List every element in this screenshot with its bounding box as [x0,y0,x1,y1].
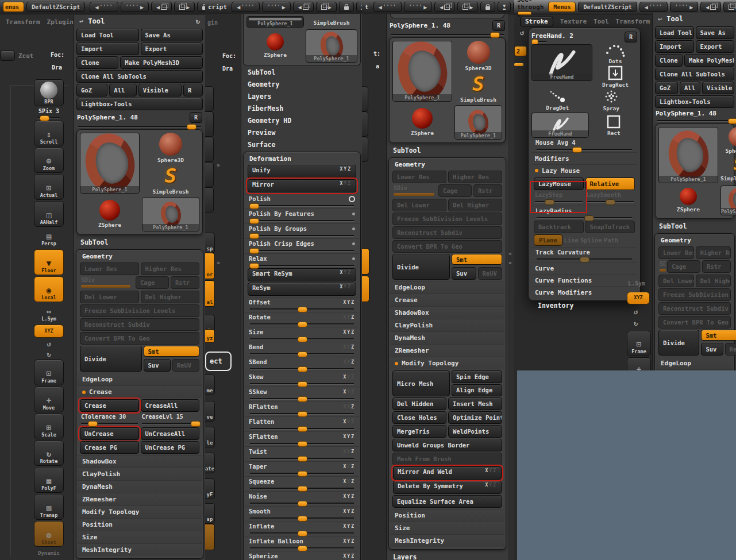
axis-toggle-icons[interactable]: XYZ [340,270,352,275]
stroke-thumb-rect[interactable]: Rect [591,113,637,138]
slider-track[interactable] [250,353,354,354]
nav-left-button[interactable]: ◀'''' [90,2,118,12]
back-hook-icon[interactable]: ↩ [79,17,83,25]
tool-thumb-simplebrush[interactable]: SSimpleBrush [142,164,199,195]
section-claypolish[interactable]: ClayPolish [390,319,504,331]
nav-left-button[interactable]: ◀'''' [373,2,402,12]
section-edgeloop[interactable]: EdgeLoop [656,357,733,369]
optimize-points-button[interactable]: Optimize Points [448,411,502,424]
slider-handle[interactable] [249,233,259,239]
axis-toggle-icons[interactable]: XYZ [344,434,355,439]
tool-thumb-polysphere-small[interactable]: PolySphere_1 [454,105,502,140]
mirror-button[interactable]: MirrorXYZ [248,179,356,192]
slider-track[interactable] [78,126,201,127]
mirror-and-weld-button[interactable]: Mirror And WeldXYZ [393,466,502,480]
slider-handle[interactable] [40,115,49,121]
size-slider[interactable]: SizeXYZ [245,327,359,339]
slider-track[interactable] [250,220,354,221]
all-button[interactable]: All [109,84,136,96]
unweld-groups-border-button[interactable]: Unweld Groups Border [392,439,502,451]
palette-header-subtool[interactable]: SubTool [241,66,363,78]
slider-track[interactable] [250,323,354,325]
slider-handle[interactable] [298,456,307,462]
micro-mesh-button[interactable]: Micro Mesh [392,370,450,396]
section-zremesher[interactable]: ZRemesher [78,493,202,505]
offset-slider[interactable]: OffsetXYZ [245,297,359,310]
palette-header-layers[interactable]: Layers [387,551,508,560]
transp-button[interactable]: ▧Transp [34,494,64,520]
axis-toggle-icons[interactable]: XYZ [344,360,355,365]
reload-icon[interactable]: ↻ [196,17,200,25]
tool-thumb-polysphere-large[interactable]: PolySphere_1 [658,127,718,183]
stroke-thumb-freehand-large[interactable]: FreeHand [531,44,592,81]
axis-toggle-icons[interactable]: XYZ [340,181,352,186]
slider-handle[interactable] [298,501,307,507]
slider-track[interactable] [391,34,504,35]
rotate-slider[interactable]: RotateXYZ [245,312,359,325]
divide-button[interactable]: Divide [658,330,699,356]
palette-header-fibermesh[interactable]: FiberMesh [241,102,363,114]
doc-next-button[interactable]: ▶ [174,2,195,12]
section-modifiers[interactable]: Modifiers [531,152,637,164]
mini-button[interactable] [0,51,15,61]
lightbox-tools-button[interactable]: Lightbox▸Tools [655,95,734,108]
axis-toggle-icons[interactable]: XYZ [344,554,355,559]
polish-by-features-slider[interactable]: Polish By Features [245,208,359,221]
visible-button[interactable]: Visible [702,82,734,94]
axis-toggle-icons[interactable]: XYZ [344,509,355,514]
tool-thumb-simplebrush[interactable]: SSimpleBrush [720,155,736,181]
r-button[interactable]: R [183,84,203,96]
creaselvl-15-slider[interactable]: CreaseLvl 15 [141,413,200,426]
aahalf-button[interactable]: ◫AAHalf [34,201,64,227]
section-edgeloop[interactable]: EdgeLoop [78,373,202,385]
slider-handle[interactable] [584,215,594,221]
restore-button[interactable]: R [492,20,505,31]
palette-header-subtool[interactable]: SubTool [653,220,736,232]
section-crease[interactable]: Crease [390,293,504,306]
axis-toggle-icons[interactable]: XYZ [344,389,355,395]
lazymouse-button[interactable]: LazyMouse [534,177,584,190]
canvas-area[interactable]: TransformZpluginZcutFoc:DraBPRSPix 3⇕Scr… [0,15,74,560]
see-through-handle[interactable] [518,11,531,15]
slider-track[interactable] [81,423,138,424]
slider-track[interactable] [250,532,354,534]
axis-toggle-icons[interactable]: XYZ [344,419,355,424]
stroke-thumb-dragrect[interactable]: DragRect [594,65,637,88]
del-hidden-button[interactable]: Del Hidden [392,397,446,410]
collapse-button[interactable]: ▼ [498,2,511,12]
tray-chevron-icon[interactable]: » [217,162,220,168]
clone-all-subtools-button[interactable]: Clone All SubTools [655,68,734,80]
uncreaseall-button[interactable]: UnCreaseAll [141,427,200,440]
section-size[interactable]: Size [78,531,202,543]
slider-track[interactable] [250,413,354,414]
move-button[interactable]: +Move [34,387,64,412]
xyz-button[interactable]: XYZ [627,292,650,304]
slider-handle[interactable] [580,257,589,262]
goz-button[interactable]: GoZ [76,84,107,96]
nav-right-button[interactable]: ''''▶ [262,2,290,12]
zcut-button[interactable]: Zcut [18,52,34,60]
slider-handle[interactable] [531,39,538,45]
smt-button[interactable]: Smt [144,346,199,357]
mergetris-button[interactable]: MergeTris [392,425,446,438]
slider-track[interactable] [250,338,354,339]
slider-handle[interactable] [249,218,259,224]
polish-by-groups-slider[interactable]: Polish By Groups [245,223,359,236]
slider-track[interactable] [537,217,632,218]
section-shadowbox[interactable]: ShadowBox [390,306,504,319]
scale-button[interactable]: ⊞Scale [34,414,64,439]
relative-button[interactable]: Relative [585,177,635,190]
section-position[interactable]: Position [390,509,504,522]
stroke-thumb-freehand-selected[interactable]: FreeHand [531,113,589,138]
palette-header-surface[interactable]: Surface [241,138,363,150]
insert-mesh-button[interactable]: Insert Mesh [448,397,502,410]
creaseall-button[interactable]: CreaseAll [141,399,200,412]
slider-track[interactable] [250,428,354,429]
palette-header-layers[interactable]: Layers [241,90,363,102]
suv-button[interactable]: Suv [701,343,723,356]
slider-handle[interactable] [572,147,582,153]
section-meshintegrity[interactable]: MeshIntegrity [78,543,202,556]
inflate-balloon-slider[interactable]: Inflate BalloonXYZ [245,536,359,549]
import-button[interactable]: Import [655,40,694,53]
palette-header-subtool[interactable]: SubTool [387,144,508,156]
